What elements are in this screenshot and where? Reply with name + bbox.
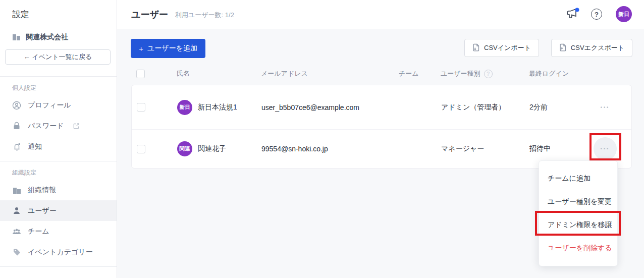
sidebar-item-label: パスワード [28, 122, 64, 131]
select-all-checkbox[interactable] [136, 70, 145, 78]
file-import-icon [472, 43, 480, 53]
sidebar-item-label: 通知 [28, 142, 42, 151]
table-row: 新日 新日本法規1 user_b5b07ce6@example.com アドミン… [132, 85, 631, 129]
company-name-row: 関連株式会社 [12, 32, 104, 42]
avatar: 新日 [177, 100, 192, 115]
avatar: 関連 [177, 141, 192, 156]
user-email: 99554@sn-hoki.co.jp [261, 145, 399, 153]
company-name: 関連株式会社 [26, 33, 68, 42]
sidebar-title: 設定 [0, 0, 117, 20]
sidebar-divider [0, 266, 117, 267]
row-actions-dropdown: チームに追加 ユーザー種別を変更 アドミン権限を移譲 ユーザーを削除する [539, 160, 618, 266]
last-login: 2分前 [529, 103, 586, 112]
menu-item-change-user-type[interactable]: ユーザー種別を変更 [539, 190, 617, 213]
announcements-icon[interactable] [565, 7, 580, 21]
page-header: ユーザー 利用ユーザー数: 1/2 ? 新日 [117, 0, 644, 29]
row-actions-menu-button[interactable]: ••• [594, 137, 617, 160]
team-icon [12, 227, 21, 236]
back-to-events-button[interactable]: ← イベント一覧に戻る [5, 49, 111, 65]
page-title: ユーザー [131, 9, 168, 21]
section-label-organization: 組織設定 [12, 169, 104, 177]
sidebar-item-notifications[interactable]: 通知 [0, 136, 117, 157]
file-export-icon [559, 43, 567, 53]
table-header-row: 氏名 メールアドレス チーム ユーザー種別 ? 最終ログイン [131, 65, 632, 83]
sidebar-item-profile[interactable]: プロフィール [0, 95, 117, 116]
row-actions-menu-button[interactable]: ••• [601, 105, 610, 110]
users-table: 新日 新日本法規1 user_b5b07ce6@example.com アドミン… [131, 85, 632, 169]
ellipsis-icon: ••• [601, 146, 610, 151]
add-user-label: ユーザーを追加 [147, 44, 197, 53]
plus-icon: + [139, 44, 143, 53]
csv-import-button[interactable]: CSVインポート [464, 39, 539, 57]
menu-item-transfer-admin[interactable]: アドミン権限を移譲 [539, 213, 617, 237]
menu-item-delete-user[interactable]: ユーザーを削除する [539, 237, 617, 260]
external-link-icon [73, 123, 80, 129]
column-header-name: 氏名 [177, 69, 261, 78]
personal-settings-nav: プロフィール パスワード 通知 [0, 95, 117, 157]
users-page: ユーザー 利用ユーザー数: 1/2 ? 新日 + ユーザーを追加 CSVインポー… [117, 0, 644, 278]
sidebar-item-label: プロフィール [28, 101, 71, 110]
user-type: マネージャー [441, 144, 529, 153]
sidebar-item-users[interactable]: ユーザー [0, 200, 117, 221]
row-checkbox[interactable] [137, 145, 145, 153]
building-icon [12, 32, 21, 42]
bell-icon [12, 142, 21, 151]
add-user-button[interactable]: + ユーザーを追加 [131, 39, 205, 58]
user-name: 新日本法規1 [198, 103, 237, 112]
profile-icon [12, 101, 21, 110]
last-login: 招待中 [529, 144, 586, 153]
sidebar-divider [0, 76, 117, 77]
csv-export-button[interactable]: CSVエクスポート [551, 39, 632, 57]
sidebar-item-label: ユーザー [28, 206, 57, 215]
sidebar-item-label: イベントカテゴリー [28, 248, 93, 257]
csv-export-label: CSVエクスポート [571, 43, 624, 52]
user-type: アドミン（管理者） [441, 103, 529, 112]
sidebar-item-teams[interactable]: チーム [0, 221, 117, 242]
column-header-last-login: 最終ログイン [529, 69, 585, 78]
help-icon[interactable]: ? [591, 9, 602, 20]
lock-icon [12, 122, 21, 131]
column-header-type: ユーザー種別 [441, 69, 480, 78]
tag-icon [12, 248, 21, 257]
sidebar-divider [0, 161, 117, 161]
settings-sidebar: 設定 関連株式会社 ← イベント一覧に戻る 個人設定 プロフィール パスワード [0, 0, 117, 278]
sidebar-item-org-info[interactable]: 組織情報 [0, 180, 117, 200]
type-help-icon[interactable]: ? [484, 70, 493, 78]
user-name: 関連花子 [198, 144, 226, 153]
row-checkbox[interactable] [137, 103, 145, 112]
sidebar-item-event-categories[interactable]: イベントカテゴリー [0, 242, 117, 262]
sidebar-item-label: チーム [28, 227, 49, 236]
user-icon [12, 206, 21, 215]
menu-item-add-to-team[interactable]: チームに追加 [539, 167, 617, 190]
column-header-team: チーム [399, 69, 441, 78]
csv-import-label: CSVインポート [484, 43, 531, 52]
sidebar-item-label: 組織情報 [28, 186, 56, 195]
user-avatar[interactable]: 新日 [616, 6, 632, 22]
sidebar-item-password[interactable]: パスワード [0, 116, 117, 136]
building-icon [12, 186, 21, 195]
column-header-email: メールアドレス [261, 69, 399, 78]
organization-settings-nav: 組織情報 ユーザー チーム イベントカテゴリー [0, 180, 117, 262]
section-label-personal: 個人設定 [12, 84, 104, 92]
notification-dot [575, 8, 579, 12]
user-email: user_b5b07ce6@example.com [261, 103, 399, 112]
user-count-label: 利用ユーザー数: 1/2 [175, 11, 234, 20]
